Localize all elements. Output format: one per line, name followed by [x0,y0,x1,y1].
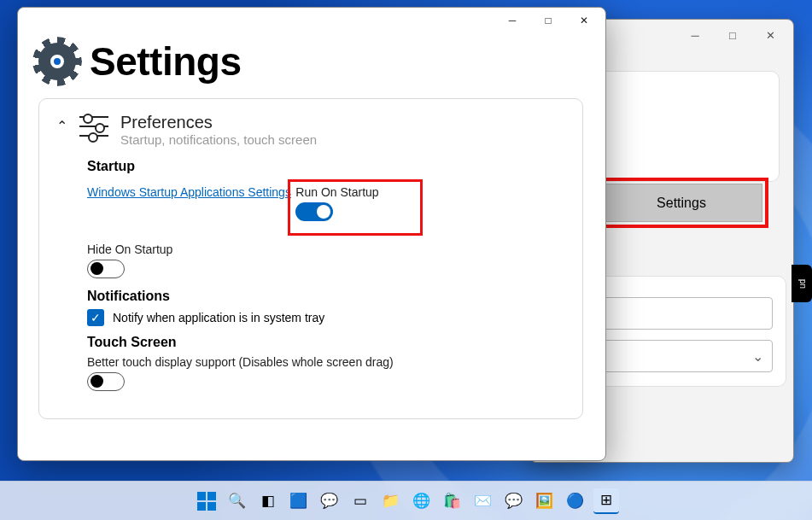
messenger-icon[interactable]: 💬 [501,488,527,514]
main-titlebar: ─ □ ✕ [18,8,605,33]
bg-text-input[interactable] [602,297,773,330]
chevron-down-icon: ⌄ [752,348,763,365]
run-on-startup-highlight: Run On Startup [288,179,423,236]
notify-row: ✓ Notify when application is in system t… [87,309,565,326]
close-button[interactable]: ✕ [566,9,602,32]
app-icon-1[interactable]: ▭ [348,488,373,514]
start-button[interactable] [194,488,219,514]
notifications-heading: Notifications [87,289,565,304]
hide-on-startup-toggle[interactable] [87,260,125,278]
startup-heading: Startup [87,159,565,174]
preferences-card: ⌃ Preferences Startup, notifications, to… [38,98,583,419]
bg-minimize-button[interactable]: ─ [679,23,711,47]
search-icon[interactable]: 🔍 [225,488,250,514]
current-app-icon[interactable]: ⊞ [593,488,619,514]
touch-desc: Better touch display support (Disables w… [87,355,565,369]
touch-toggle[interactable] [87,372,125,391]
hide-on-startup-label: Hide On Startup [87,242,565,256]
section-startup: Startup Windows Startup Applications Set… [56,159,565,391]
store-icon[interactable]: 🛍️ [440,488,465,514]
card-subtitle: Startup, notifications, touch screen [120,132,317,147]
minimize-button[interactable]: ─ [494,9,530,32]
widgets-icon[interactable]: 🟦 [286,488,312,514]
run-on-startup-toggle[interactable] [295,202,333,221]
startup-apps-link[interactable]: Windows Startup Applications Settings [87,185,291,199]
sliders-icon [79,116,108,137]
page-title: Settings [90,38,241,85]
edge-icon[interactable]: 🌐 [409,488,435,514]
page-header: Settings [18,33,605,93]
bg-close-button[interactable]: ✕ [754,23,786,47]
task-view-icon[interactable]: ◧ [255,488,281,514]
bg-dropdown[interactable]: ⌄ [602,340,773,372]
photos-icon[interactable]: 🖼️ [532,488,558,514]
mail-icon[interactable]: ✉️ [470,488,496,514]
side-tag: ud [792,265,812,302]
chat-icon[interactable]: 💬 [317,488,342,514]
notify-label: Notify when application is in system tra… [113,311,324,324]
bg-settings-button[interactable]: Settings [600,184,762,222]
run-on-startup-label: Run On Startup [295,185,415,199]
gear-icon [38,43,76,80]
touch-heading: Touch Screen [87,335,565,350]
notify-checkbox[interactable]: ✓ [87,309,104,326]
card-title: Preferences [120,113,317,132]
file-explorer-icon[interactable]: 📁 [378,488,404,514]
card-header: ⌃ Preferences Startup, notifications, to… [56,113,565,147]
chrome-icon[interactable]: 🔵 [563,488,588,514]
taskbar: 🔍 ◧ 🟦 💬 ▭ 📁 🌐 🛍️ ✉️ 💬 🖼️ 🔵 ⊞ [0,481,812,520]
settings-window: ─ □ ✕ Settings ⌃ Preferences Startup, no… [17,7,606,461]
collapse-chevron-icon[interactable]: ⌃ [56,118,67,134]
bg-maximize-button[interactable]: □ [716,23,749,47]
maximize-button[interactable]: □ [530,9,566,32]
bg-settings-highlight: Settings [594,178,768,228]
